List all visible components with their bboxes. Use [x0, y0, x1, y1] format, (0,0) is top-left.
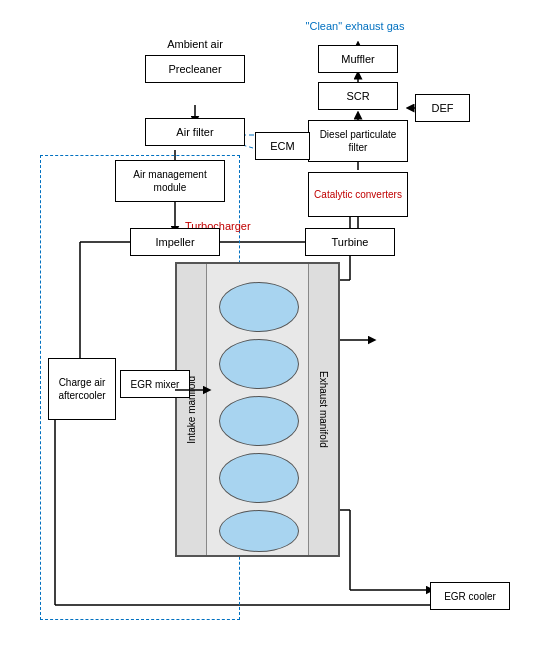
precleaner-box: Precleaner [145, 55, 245, 83]
muffler-box: Muffler [318, 45, 398, 73]
turbine-box: Turbine [305, 228, 395, 256]
cylinder-1 [219, 282, 299, 332]
ecm-box: ECM [255, 132, 310, 160]
cylinder-2 [219, 339, 299, 389]
clean-exhaust-label: "Clean" exhaust gas [290, 20, 420, 32]
scr-box: SCR [318, 82, 398, 110]
cylinder-3 [219, 396, 299, 446]
air-filter-box: Air filter [145, 118, 245, 146]
cylinder-5 [219, 510, 299, 552]
def-box: DEF [415, 94, 470, 122]
impeller-box: Impeller [130, 228, 220, 256]
diagram: "Clean" exhaust gas Ambient air Muffler … [0, 0, 546, 664]
intake-manifold-strip: Intake manifold [177, 264, 207, 555]
ambient-air-label: Ambient air [150, 38, 240, 50]
cylinder-4 [219, 453, 299, 503]
exhaust-manifold-strip: Exhaust manifold [308, 264, 338, 555]
engine-block: Intake manifold Exhaust manifold [175, 262, 340, 557]
egr-mixer-box: EGR mixer [120, 370, 190, 398]
catalytic-box: Catalytic converters [308, 172, 408, 217]
exhaust-manifold-label: Exhaust manifold [318, 371, 329, 448]
charge-air-box: Charge air aftercooler [48, 358, 116, 420]
air-mgmt-box: Air management module [115, 160, 225, 202]
egr-cooler-box: EGR cooler [430, 582, 510, 610]
dpf-box: Diesel particulate filter [308, 120, 408, 162]
